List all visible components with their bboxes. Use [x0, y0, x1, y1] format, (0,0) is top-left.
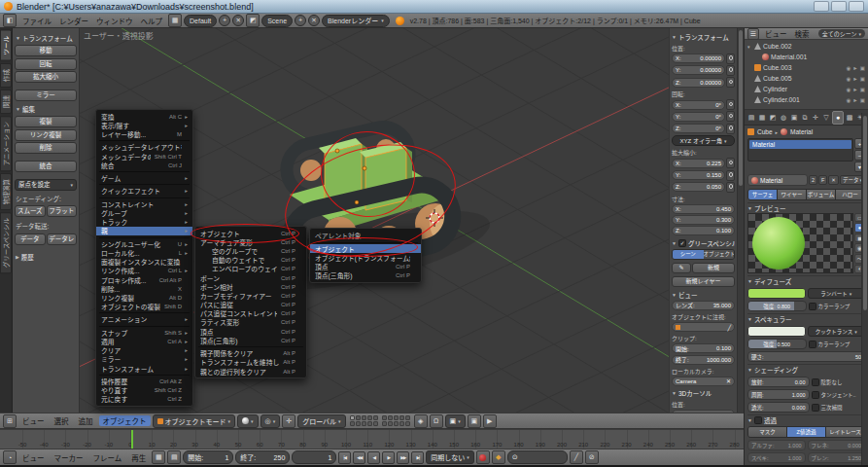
- tab-object[interactable]: ▣: [789, 112, 799, 124]
- material-slot-list[interactable]: Material: [747, 138, 853, 162]
- visibility-eye-icon[interactable]: ◉: [847, 65, 851, 71]
- menu-item[interactable]: 親との逆行列をクリアAlt P: [195, 367, 306, 376]
- number-field[interactable]: Y:0.00000: [672, 65, 725, 75]
- tab-texture[interactable]: ▩: [845, 112, 854, 124]
- layers-widget[interactable]: [350, 415, 410, 426]
- renderability-camera-icon[interactable]: ▣: [860, 87, 865, 92]
- lock-icon[interactable]: [726, 182, 735, 193]
- specular-color-swatch[interactable]: [747, 326, 806, 337]
- end-frame-field[interactable]: 終了:250: [235, 450, 290, 464]
- menu-item[interactable]: 統合Ctrl J: [96, 161, 192, 169]
- camera-field[interactable]: Camera✕: [672, 377, 735, 386]
- lock-icon[interactable]: [726, 99, 735, 110]
- rotation-mode-dropdown[interactable]: XYZ オイラー角▾: [672, 135, 735, 146]
- transform-panel-header[interactable]: ▼トランスフォーム: [16, 33, 76, 43]
- toolshelf-tab-0[interactable]: ツール: [0, 30, 12, 61]
- object-picker-field[interactable]: ╱: [672, 322, 735, 332]
- opengl-render-anim-button[interactable]: ▶: [483, 414, 497, 428]
- diffuse-shader-dropdown[interactable]: ランバート▾: [808, 288, 866, 299]
- opengl-render-button[interactable]: ▣: [468, 414, 481, 428]
- transparency-field-1[interactable]: フレネ:0.000: [808, 440, 866, 450]
- topbar-menu-2[interactable]: ウィンドウ: [92, 16, 137, 26]
- layer-cell[interactable]: [362, 421, 366, 426]
- jump-end-button[interactable]: ▶|: [411, 451, 424, 464]
- mirror-button[interactable]: ミラー: [15, 90, 77, 101]
- outliner-row[interactable]: Cube.003◉►▣: [746, 62, 867, 73]
- tab-render[interactable]: ▤: [746, 112, 756, 124]
- renderability-camera-icon[interactable]: ▣: [860, 97, 865, 103]
- menu-item[interactable]: トランスフォーム▸: [96, 364, 192, 373]
- autokey-mode-dropdown[interactable]: ◆: [492, 450, 505, 464]
- scene-field[interactable]: Scene: [261, 15, 293, 27]
- npanel-panel-header[interactable]: ▼ビュー: [672, 290, 735, 300]
- selectability-icon[interactable]: ►: [852, 65, 857, 71]
- shading-panel-header[interactable]: ▼シェーディング: [747, 364, 865, 375]
- viewport-menu-2[interactable]: 追加: [75, 415, 97, 426]
- lock-icon[interactable]: [726, 158, 735, 168]
- scene-delete-button[interactable]: ✕: [308, 15, 320, 26]
- new-button[interactable]: 新規: [692, 263, 735, 273]
- panel-checkbox[interactable]: [754, 416, 762, 424]
- shading-field-2[interactable]: 透光:0.000: [747, 402, 810, 413]
- users-count-button[interactable]: 2: [809, 175, 817, 185]
- layer-cell[interactable]: [367, 415, 372, 420]
- layer-cell[interactable]: [399, 415, 404, 420]
- render-engine-dropdown[interactable]: Blenderレンダー ▾: [322, 15, 390, 27]
- layout-add-button[interactable]: +: [219, 15, 230, 26]
- lock-icon[interactable]: [726, 111, 735, 122]
- hardness-field[interactable]: 硬さ:50: [747, 351, 865, 362]
- current-frame-playhead[interactable]: [131, 430, 133, 449]
- material-type-1[interactable]: ワイヤー: [778, 190, 807, 199]
- shading-field-0[interactable]: 放射:0.00: [747, 377, 810, 387]
- timeline-editor-icon[interactable]: ◔: [3, 450, 17, 464]
- lock-icon[interactable]: [726, 124, 735, 134]
- menu-item[interactable]: ゲーム▸: [96, 174, 192, 183]
- toolshelf-tab-5[interactable]: グリースペンシル: [0, 212, 12, 273]
- shading-button-1[interactable]: フラット: [47, 205, 78, 217]
- keying-set-field[interactable]: ⊙: [507, 450, 568, 464]
- screen-layout-field[interactable]: Default: [184, 15, 217, 27]
- tab-constraints[interactable]: ⧉: [800, 112, 810, 124]
- transparency-mode-0[interactable]: マスク: [748, 427, 787, 437]
- topbar-menu-3[interactable]: ヘルプ: [137, 16, 167, 26]
- segment-option-0[interactable]: シーン: [673, 250, 704, 259]
- number-field[interactable]: Z:0.050: [672, 182, 725, 192]
- specular-ramp-checkbox[interactable]: カラーランプ: [809, 341, 866, 348]
- shading-checkbox-1[interactable]: タンジェント..: [812, 391, 866, 399]
- number-field[interactable]: X:0.00000: [672, 54, 725, 63]
- transparency-field-0[interactable]: アルファ:1.000: [747, 440, 806, 450]
- number-field[interactable]: Z:0.00000: [672, 78, 725, 88]
- layer-cell[interactable]: [356, 415, 361, 420]
- menu-item[interactable]: 頂点(三角形)Ctrl P: [195, 336, 306, 344]
- transparency-mode-2[interactable]: レイトレース: [826, 427, 864, 437]
- set-origin-dropdown[interactable]: 原点を設定▾: [15, 179, 77, 191]
- topbar-menu-1[interactable]: レンダー: [55, 16, 92, 26]
- layer-cell[interactable]: [367, 421, 372, 426]
- viewport-menu-1[interactable]: 選択: [51, 415, 73, 426]
- edit-button-0[interactable]: 複製: [15, 116, 77, 127]
- diffuse-intensity-slider[interactable]: 強度: 0.800: [747, 301, 807, 311]
- outliner-menu-0[interactable]: ビュー: [761, 28, 791, 39]
- npanel-scrollbar[interactable]: [737, 28, 744, 413]
- number-field[interactable]: 開始:0.100: [672, 343, 735, 353]
- menu-item[interactable]: レイヤー移動...M: [96, 129, 192, 138]
- data-transfer-button-1[interactable]: データレ: [47, 234, 78, 245]
- tab-scene[interactable]: ◩: [768, 112, 778, 124]
- npanel-panel-header[interactable]: ▼3Dカーソル: [672, 388, 735, 398]
- sync-dropdown[interactable]: 同期しない▾: [426, 450, 474, 464]
- edit-button-2[interactable]: 削除: [15, 142, 77, 154]
- transparency-field-2[interactable]: スペキ:1.000: [747, 452, 806, 463]
- shading-checkbox-0[interactable]: 陰影なし: [812, 378, 866, 386]
- grease-pencil-source-toggle[interactable]: シーンオブジェクト: [672, 249, 735, 260]
- transparency-mode-1[interactable]: Z値透過: [787, 427, 826, 437]
- layer-cell[interactable]: [394, 415, 399, 420]
- layer-cell[interactable]: [388, 421, 393, 426]
- new-layer-button[interactable]: 新規レイヤー: [672, 276, 735, 287]
- transparency-field-3[interactable]: ブレン:1.250: [808, 452, 866, 463]
- diffuse-ramp-checkbox[interactable]: カラーランプ: [809, 303, 866, 310]
- layout-delete-button[interactable]: ✕: [232, 15, 244, 26]
- timeline-menu-3[interactable]: 再生: [127, 452, 150, 463]
- menu-item[interactable]: 頂点(三角形)Ctrl P: [310, 271, 421, 280]
- material-type-2[interactable]: ボリューム: [807, 190, 836, 199]
- outliner-editor-icon[interactable]: ☰: [747, 28, 759, 40]
